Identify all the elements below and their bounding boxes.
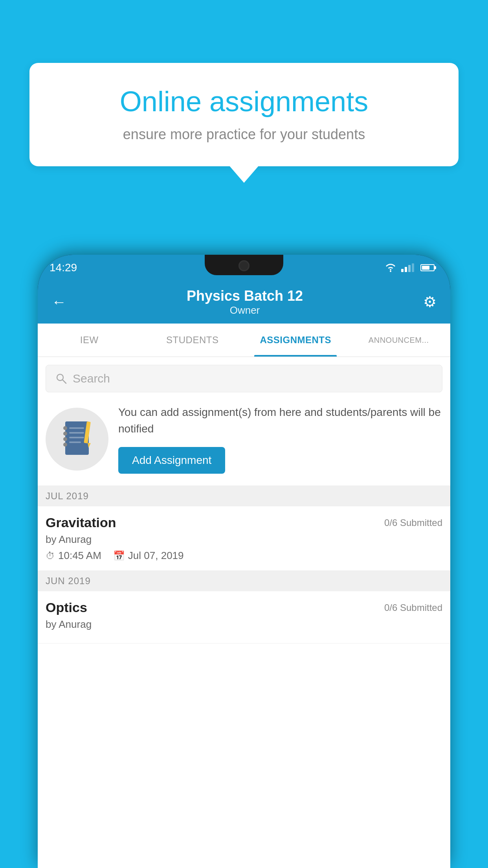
- promo-icon-circle: [46, 408, 108, 471]
- calendar-icon: 📅: [113, 550, 125, 561]
- header-center: Physics Batch 12 Owner: [187, 288, 303, 316]
- promo-text-area: You can add assignment(s) from here and …: [118, 404, 442, 474]
- svg-point-8: [63, 426, 67, 430]
- status-time: 14:29: [50, 261, 77, 274]
- promo-description: You can add assignment(s) from here and …: [118, 404, 442, 437]
- promo-section: You can add assignment(s) from here and …: [38, 392, 450, 486]
- svg-point-0: [390, 270, 391, 272]
- svg-rect-4: [69, 427, 84, 429]
- assignment-author-optics: by Anurag: [46, 618, 442, 631]
- phone-frame: 14:29 ← Physics Batch: [38, 255, 450, 868]
- month-section-jul: JUL 2019: [38, 486, 450, 506]
- svg-point-10: [63, 437, 67, 441]
- header-subtitle: Owner: [187, 304, 303, 316]
- assignment-submitted: 0/6 Submitted: [384, 517, 442, 528]
- assignment-header-optics: Optics 0/6 Submitted: [46, 600, 442, 615]
- assignment-item-gravitation[interactable]: Gravitation 0/6 Submitted by Anurag ⏱ 10…: [38, 506, 450, 571]
- assignment-name: Gravitation: [46, 515, 116, 530]
- tab-assignments[interactable]: ASSIGNMENTS: [244, 324, 347, 357]
- search-placeholder: Search: [73, 372, 110, 385]
- tabs-bar: IEW STUDENTS ASSIGNMENTS ANNOUNCEM...: [38, 324, 450, 357]
- svg-line-2: [62, 380, 66, 383]
- assignment-author: by Anurag: [46, 533, 442, 546]
- assignment-meta: ⏱ 10:45 AM 📅 Jul 07, 2019: [46, 550, 442, 562]
- search-icon: [56, 373, 67, 384]
- assignment-date: 📅 Jul 07, 2019: [113, 550, 184, 562]
- assignment-name-optics: Optics: [46, 600, 87, 615]
- notebook-illustration: [59, 419, 95, 459]
- assignment-item-optics[interactable]: Optics 0/6 Submitted by Anurag: [38, 591, 450, 644]
- battery-icon: [420, 264, 435, 271]
- bubble-title: Online assignments: [53, 85, 435, 118]
- clock-icon: ⏱: [46, 550, 55, 561]
- status-icons: [385, 263, 435, 272]
- assignment-time: ⏱ 10:45 AM: [46, 550, 101, 562]
- signal-icon: [401, 263, 414, 272]
- screen-content: Search: [38, 357, 450, 868]
- search-bar[interactable]: Search: [46, 365, 442, 392]
- tab-students[interactable]: STUDENTS: [141, 324, 244, 357]
- svg-rect-5: [69, 432, 84, 434]
- svg-rect-7: [69, 441, 81, 443]
- add-assignment-button[interactable]: Add Assignment: [118, 447, 225, 474]
- app-header: ← Physics Batch 12 Owner ⚙: [38, 280, 450, 324]
- svg-rect-6: [69, 437, 84, 438]
- speech-bubble-container: Online assignments ensure more practice …: [29, 63, 459, 166]
- month-section-jun: JUN 2019: [38, 571, 450, 591]
- tab-announcements[interactable]: ANNOUNCEM...: [347, 324, 451, 357]
- header-title: Physics Batch 12: [187, 288, 303, 304]
- bubble-subtitle: ensure more practice for your students: [53, 126, 435, 143]
- speech-bubble: Online assignments ensure more practice …: [29, 63, 459, 166]
- back-button[interactable]: ←: [51, 294, 66, 311]
- svg-point-11: [63, 443, 67, 447]
- tab-iew[interactable]: IEW: [38, 324, 141, 357]
- phone-notch: [205, 255, 283, 275]
- phone-camera: [238, 260, 250, 271]
- wifi-icon: [385, 263, 396, 272]
- assignment-submitted-optics: 0/6 Submitted: [384, 602, 442, 613]
- svg-point-9: [63, 432, 67, 436]
- assignment-header: Gravitation 0/6 Submitted: [46, 515, 442, 530]
- settings-icon[interactable]: ⚙: [423, 293, 437, 311]
